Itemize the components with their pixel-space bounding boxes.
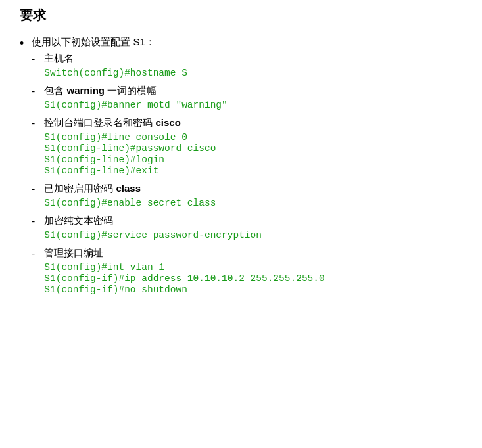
- outer-list-item: • 使用以下初始设置配置 S1： - 主机名 Switch(config)#ho…: [20, 36, 462, 302]
- outer-item-content: 使用以下初始设置配置 S1： - 主机名 Switch(config)#host…: [32, 36, 462, 302]
- code-line: Switch(config)#hostname S: [44, 68, 462, 78]
- dash-icon: -: [32, 53, 35, 64]
- label-text-before: 管理接口编址: [44, 247, 103, 258]
- label-text-before: 加密纯文本密码: [44, 215, 113, 226]
- list-item: - 包含 warning 一词的横幅 S1(config)#banner mot…: [32, 85, 462, 113]
- label-text-before: 已加密启用密码: [44, 183, 116, 194]
- page-title: 要求: [20, 7, 462, 24]
- inner-item-content: 控制台端口登录名和密码 cisco S1(config)#line consol…: [44, 117, 462, 179]
- code-line: S1(config)#service password-encryption: [44, 230, 462, 240]
- item-label: 包含 warning 一词的横幅: [44, 85, 462, 97]
- dash-icon: -: [32, 215, 35, 227]
- code-block: S1(config)#banner motd "warning": [44, 100, 462, 110]
- item-label: 已加密启用密码 class: [44, 183, 462, 195]
- item-label: 控制台端口登录名和密码 cisco: [44, 117, 462, 129]
- outer-list: • 使用以下初始设置配置 S1： - 主机名 Switch(config)#ho…: [20, 36, 462, 302]
- label-text-bold: cisco: [155, 117, 180, 128]
- label-text-after: 一词的横幅: [105, 85, 157, 96]
- dash-icon: -: [32, 118, 35, 129]
- dash-icon: -: [32, 248, 35, 259]
- item-label: 管理接口编址: [44, 247, 462, 259]
- code-block: Switch(config)#hostname S: [44, 68, 462, 78]
- list-item: - 管理接口编址 S1(config)#int vlan 1 S1(config…: [32, 247, 462, 298]
- outer-item-label: 使用以下初始设置配置 S1：: [32, 36, 462, 49]
- label-text-before: 包含: [44, 85, 66, 96]
- code-line: S1(config-line)#login: [44, 154, 462, 165]
- list-item: - 已加密启用密码 class S1(config)#enable secret…: [32, 183, 462, 211]
- inner-item-content: 已加密启用密码 class S1(config)#enable secret c…: [44, 183, 462, 211]
- inner-item-content: 管理接口编址 S1(config)#int vlan 1 S1(config-i…: [44, 247, 462, 298]
- label-text-bold: warning: [66, 85, 105, 96]
- code-block: S1(config)#enable secret class: [44, 198, 462, 208]
- inner-item-content: 包含 warning 一词的横幅 S1(config)#banner motd …: [44, 85, 462, 113]
- dash-icon: -: [32, 85, 35, 97]
- label-text-bold: class: [116, 183, 141, 194]
- code-line: S1(config)#enable secret class: [44, 198, 462, 208]
- inner-item-content: 加密纯文本密码 S1(config)#service password-encr…: [44, 215, 462, 243]
- code-line: S1(config-if)#ip address 10.10.10.2 255.…: [44, 273, 462, 284]
- code-block: S1(config)#line console 0 S1(config-line…: [44, 132, 462, 176]
- dash-icon: -: [32, 183, 35, 194]
- label-text: 主机名: [44, 53, 74, 64]
- list-item: - 主机名 Switch(config)#hostname S: [32, 53, 462, 81]
- code-line: S1(config)#int vlan 1: [44, 262, 462, 273]
- label-text-before: 控制台端口登录名和密码: [44, 117, 155, 128]
- list-item: - 控制台端口登录名和密码 cisco S1(config)#line cons…: [32, 117, 462, 179]
- bullet-icon: •: [20, 37, 24, 51]
- code-line: S1(config-line)#exit: [44, 166, 462, 176]
- code-line: S1(config)#banner motd "warning": [44, 100, 462, 110]
- list-item: - 加密纯文本密码 S1(config)#service password-en…: [32, 215, 462, 243]
- item-label: 加密纯文本密码: [44, 215, 462, 227]
- inner-list: - 主机名 Switch(config)#hostname S -: [32, 53, 462, 298]
- code-block: S1(config)#int vlan 1 S1(config-if)#ip a…: [44, 262, 462, 295]
- code-line: S1(config)#line console 0: [44, 132, 462, 143]
- code-block: S1(config)#service password-encryption: [44, 230, 462, 240]
- code-line: S1(config-line)#password cisco: [44, 143, 462, 154]
- code-line: S1(config-if)#no shutdown: [44, 284, 462, 295]
- inner-item-content: 主机名 Switch(config)#hostname S: [44, 53, 462, 81]
- item-label: 主机名: [44, 53, 462, 65]
